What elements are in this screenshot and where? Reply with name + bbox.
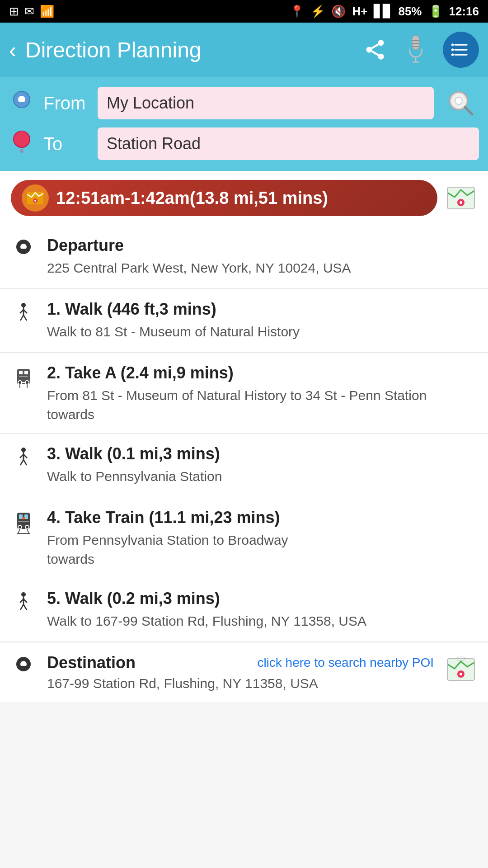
mute-icon: 🔇 <box>331 5 346 19</box>
route-summary: 12:51am-1:42am(13.8 mi,51 mins) <box>0 171 488 225</box>
to-label: To <box>43 134 89 154</box>
svg-point-62 <box>18 525 22 529</box>
walk-icon-3 <box>11 444 36 471</box>
step-4-extra: towards <box>47 552 477 567</box>
svg-point-19 <box>18 96 25 103</box>
svg-line-57 <box>23 460 27 465</box>
poi-link[interactable]: click here to search nearby POI <box>257 656 434 670</box>
destination-pin-icon <box>11 653 36 679</box>
svg-line-41 <box>20 315 23 321</box>
svg-point-78 <box>460 673 462 675</box>
step-3-title: 3. Walk (0.1 mi,3 mins) <box>47 444 477 463</box>
to-row: To <box>9 127 479 160</box>
svg-point-52 <box>21 448 26 452</box>
menu-button[interactable] <box>443 32 479 68</box>
svg-point-47 <box>18 381 22 384</box>
svg-rect-13 <box>454 49 467 51</box>
departure-desc: 225 Central Park West, New York, NY 1002… <box>47 259 477 278</box>
step-2: 2. Take A (2.4 mi,9 mins) From 81 St - M… <box>0 353 488 434</box>
svg-point-17 <box>451 53 454 56</box>
from-row: From <box>9 85 479 121</box>
clock: 12:16 <box>449 5 479 19</box>
svg-line-42 <box>23 315 27 321</box>
svg-line-64 <box>18 529 20 533</box>
back-button[interactable]: ‹ <box>9 38 16 62</box>
svg-point-68 <box>21 592 26 597</box>
battery-icon: 🔋 <box>428 5 443 19</box>
svg-point-27 <box>20 149 23 153</box>
share-button[interactable] <box>361 36 389 63</box>
svg-line-72 <box>20 604 23 610</box>
step-1-content: 1. Walk (446 ft,3 mins) Walk to 81 St - … <box>47 300 477 341</box>
page-title: Direction Planning <box>25 38 352 62</box>
step-1: 1. Walk (446 ft,3 mins) Walk to 81 St - … <box>0 289 488 353</box>
svg-point-16 <box>451 48 454 51</box>
step-5-title: 5. Walk (0.2 mi,3 mins) <box>47 589 477 608</box>
step-1-title: 1. Walk (446 ft,3 mins) <box>47 300 477 319</box>
status-right: 📍 ⚡ 🔇 H+ ▋▊ 85% 🔋 12:16 <box>290 5 479 19</box>
step-3-desc: Walk to Pennsylvania Station <box>47 467 477 486</box>
from-input[interactable] <box>98 87 434 119</box>
walk-icon-5 <box>11 589 36 615</box>
svg-point-48 <box>25 381 29 384</box>
svg-rect-12 <box>454 44 467 46</box>
step-4-desc: From Pennsylvania Station to Broadway <box>47 531 477 550</box>
svg-line-3 <box>372 51 379 55</box>
destination-content: Destination click here to search nearby … <box>47 653 434 691</box>
step-5-desc: Walk to 167-99 Station Rd, Flushing, NY … <box>47 612 477 631</box>
svg-point-30 <box>34 200 36 202</box>
destination-map-button[interactable] <box>445 653 477 686</box>
from-icon <box>9 90 34 116</box>
step-4: 4. Take Train (11.1 mi,23 mins) From Pen… <box>0 497 488 578</box>
departure-pin-icon <box>11 236 36 262</box>
svg-rect-61 <box>18 521 29 522</box>
step-departure: Departure 225 Central Park West, New Yor… <box>0 225 488 289</box>
mic-button[interactable] <box>402 36 429 63</box>
app-bar-icons <box>361 32 479 68</box>
step-2-title: 2. Take A (2.4 mi,9 mins) <box>47 363 477 382</box>
destination-item: Destination click here to search nearby … <box>0 642 488 702</box>
status-left: ⊞ ✉ 📶 <box>9 5 54 19</box>
destination-title: Destination <box>47 653 136 672</box>
app-bar: ‹ Direction Planning <box>0 23 488 77</box>
svg-point-24 <box>455 97 462 104</box>
svg-point-0 <box>378 40 384 46</box>
svg-line-65 <box>27 529 29 533</box>
step-5-content: 5. Walk (0.2 mi,3 mins) Walk to 167-99 S… <box>47 589 477 631</box>
svg-point-15 <box>451 43 454 46</box>
step-3: 3. Walk (0.1 mi,3 mins) Walk to Pennsylv… <box>0 434 488 497</box>
from-label: From <box>43 93 89 113</box>
svg-rect-45 <box>24 371 28 374</box>
step-2-content: 2. Take A (2.4 mi,9 mins) From 81 St - M… <box>47 363 477 422</box>
svg-point-33 <box>460 201 462 204</box>
step-4-title: 4. Take Train (11.1 mi,23 mins) <box>47 508 477 527</box>
transit-icon <box>11 363 36 390</box>
svg-rect-5 <box>412 35 419 50</box>
wifi-icon: 📶 <box>40 5 54 19</box>
svg-point-67 <box>22 517 25 519</box>
destination-desc: 167-99 Station Rd, Flushing, NY 11358, U… <box>47 676 434 691</box>
svg-rect-14 <box>454 54 467 56</box>
svg-line-73 <box>23 604 27 610</box>
status-bar: ⊞ ✉ 📶 📍 ⚡ 🔇 H+ ▋▊ 85% 🔋 12:16 <box>0 0 488 23</box>
svg-point-63 <box>25 525 29 529</box>
route-badge-icon <box>22 184 49 212</box>
signal-bars: ▋▊ <box>374 5 392 19</box>
step-4-content: 4. Take Train (11.1 mi,23 mins) From Pen… <box>47 508 477 567</box>
svg-line-4 <box>372 44 379 48</box>
bluetooth-icon: ⚡ <box>310 5 325 19</box>
step-3-content: 3. Walk (0.1 mi,3 mins) Walk to Pennsylv… <box>47 444 477 486</box>
departure-content: Departure 225 Central Park West, New Yor… <box>47 236 477 278</box>
mail-icon: ✉ <box>24 5 34 19</box>
svg-point-2 <box>378 54 384 60</box>
walk-icon-1 <box>11 300 36 326</box>
to-input[interactable] <box>98 127 479 160</box>
svg-point-37 <box>21 303 26 307</box>
destination-header: Destination click here to search nearby … <box>47 653 434 672</box>
open-map-button[interactable] <box>445 182 477 214</box>
search-button[interactable] <box>443 85 479 121</box>
battery-percent: 85% <box>398 5 422 19</box>
to-icon <box>9 130 34 157</box>
location-status-icon: 📍 <box>290 5 304 19</box>
from-to-section: From To <box>0 77 488 171</box>
